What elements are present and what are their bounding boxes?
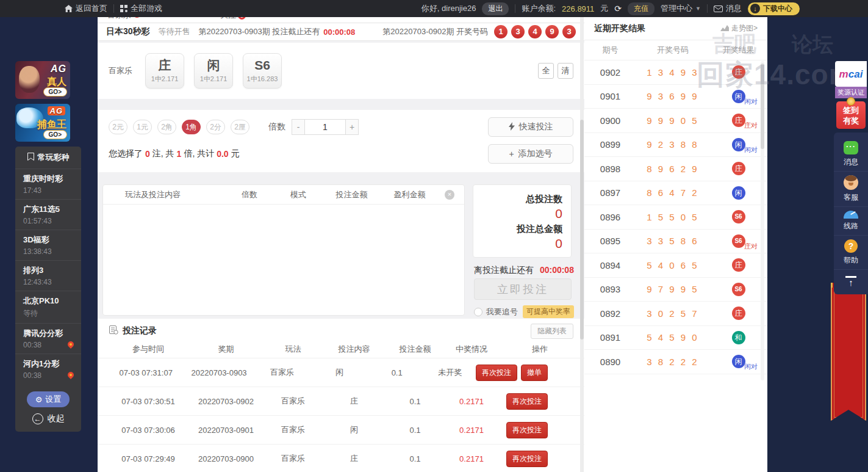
mcai-logo-card[interactable]: mcai — [835, 61, 867, 87]
favorite-lotteries-panel: 常玩彩种 重庆时时彩 17:43 广东11选5 01:57:43 3D福彩 13… — [15, 147, 81, 432]
scrollbar-thumb[interactable] — [761, 64, 764, 149]
sidebar-item-bjpk10[interactable]: 北京PK10 等待 — [15, 291, 81, 323]
top-navbar: 返回首页 全部游戏 你好, direnjie26 退出 账户余额: 226.89… — [0, 0, 868, 17]
settings-button[interactable]: ⚙ 设置 — [27, 391, 70, 407]
add-numbers-button[interactable]: + 添加选号 — [488, 144, 573, 164]
records-header: 投注记录 隐藏列表 — [98, 319, 584, 341]
result-issue: 0894 — [584, 260, 636, 270]
sidebar-item-cqssc[interactable]: 重庆时时彩 17:43 — [15, 169, 81, 199]
bet-option-s6[interactable]: S6 1中16.283 — [243, 53, 282, 89]
record-content: 庄 — [322, 453, 386, 464]
recharge-button[interactable]: 充值 — [628, 2, 655, 15]
messages-link[interactable]: 消息 — [714, 3, 742, 14]
record-amount: 0.1 — [386, 454, 444, 463]
col-result: 中奖情况 — [444, 344, 499, 355]
trend-chart-link[interactable]: 走势图> — [720, 23, 758, 34]
all-games-link[interactable]: 全部游戏 — [120, 3, 162, 14]
result-issue: 0897 — [584, 187, 636, 198]
quick-bet-button[interactable]: 快速投注 — [488, 117, 573, 137]
toolbar-help[interactable]: ? 帮助 — [834, 236, 868, 270]
tab-favorites-count: 0 — [238, 17, 246, 20]
chase-radio[interactable] — [474, 308, 482, 316]
cancel-order-button[interactable]: 撤单 — [521, 365, 548, 381]
recent-results-panel: 近期开奖结果 走势图> 期号 开奖号码 开奖结果 0902 1 3 4 9 3 … — [584, 17, 767, 472]
toolbar-lines[interactable]: 线路 — [834, 207, 868, 236]
sidebar-item-3dfc[interactable]: 3D福彩 13:38:43 — [15, 230, 81, 260]
admin-center-menu[interactable]: 管理中心 ▼ — [661, 3, 701, 14]
close-icon[interactable]: × — [445, 190, 454, 200]
tab-badge — [133, 17, 141, 18]
rebet-button[interactable]: 再次投注 — [506, 393, 548, 410]
arrow-left-icon: ← — [32, 413, 43, 424]
slip-col-amount: 投注金额 — [323, 189, 381, 200]
record-amount: 0.1 — [370, 368, 424, 377]
ag-fishing-go-button[interactable]: GO> — [43, 130, 67, 139]
record-issue: 20220703-0903 — [183, 368, 255, 377]
toolbar-customer-service[interactable]: 客服 — [834, 172, 868, 207]
navbar-right: 你好, direnjie26 退出 账户余额: 226.8911 元 ⟳ 充值 … — [421, 2, 800, 15]
ag-fishing-banner[interactable]: AG 捕鱼王 GO> — [15, 104, 70, 142]
game-header: 日本30秒彩 等待开售 第20220703-0903期 投注截止还有 00:00… — [98, 23, 584, 41]
nav-divider — [113, 4, 114, 13]
summary-count: 0 — [143, 149, 152, 159]
chip-2yuan[interactable]: 2元 — [109, 120, 127, 134]
tab-favorites[interactable]: 关注0 — [220, 17, 246, 23]
option-odds: 1中2.171 — [151, 74, 179, 84]
chart-icon — [720, 24, 729, 33]
result-badge: 闲 — [732, 138, 745, 151]
tab-baccarat[interactable]: 百家乐 — [107, 17, 141, 23]
record-row: 07-03 07:30:51 20220703-0902 百家乐 庄 0.1 0… — [98, 387, 584, 415]
ag-live-go-button[interactable]: GO> — [43, 87, 67, 96]
logout-button[interactable]: 退出 — [482, 2, 509, 15]
rebet-button[interactable]: 再次投注 — [506, 451, 548, 467]
total-amount-label: 投注总金额 — [482, 223, 562, 235]
result-numbers: 1 3 4 9 3 — [636, 67, 709, 78]
lottery-name: 腾讯分分彩 — [23, 328, 81, 339]
submit-bet-button[interactable]: 立即投注 — [474, 278, 572, 300]
bet-option-banker[interactable]: 庄 1中2.171 — [145, 53, 184, 89]
bet-slip-header: 玩法及投注内容 倍数 模式 投注金额 盈利金额 × — [103, 185, 464, 205]
lottery-name: 排列3 — [23, 265, 81, 276]
chip-2li[interactable]: 2厘 — [231, 120, 249, 134]
deadline-row: 离投注截止还有 00:00:08 — [474, 265, 574, 276]
refresh-balance-icon[interactable]: ⟳ — [614, 4, 622, 13]
sidebar-item-txffc[interactable]: 腾讯分分彩 00:38 — [15, 323, 81, 354]
chip-1yuan[interactable]: 1元 — [133, 120, 152, 134]
summary-text: 元 — [231, 148, 240, 159]
download-center-button[interactable]: ↓ 下载中心 — [748, 2, 800, 15]
multiplier-input[interactable] — [305, 119, 345, 135]
rebet-button[interactable]: 再次投注 — [506, 422, 548, 438]
download-center-label: 下载中心 — [763, 4, 792, 14]
scrollbar-thumb[interactable] — [580, 120, 584, 339]
balance-unit: 元 — [600, 3, 608, 14]
collapse-sidebar-button[interactable]: ← 收起 — [27, 413, 70, 424]
slip-col-profit: 盈利金额 — [381, 189, 439, 200]
sidebar-item-gd11x5[interactable]: 广东11选5 01:57:43 — [15, 199, 81, 230]
hide-list-button[interactable]: 隐藏列表 — [531, 324, 573, 339]
chip-1jiao-selected[interactable]: 1角 — [182, 120, 201, 134]
toolbar-messages[interactable]: 消息 — [834, 137, 868, 172]
select-all-button[interactable]: 全 — [538, 63, 554, 79]
chip-2fen[interactable]: 2分 — [206, 120, 225, 134]
multiplier-plus-button[interactable]: + — [345, 119, 359, 135]
signin-reward-button[interactable]: 签到 有奖 — [836, 101, 866, 129]
ag-live-banner[interactable]: AG 真人 GO> — [15, 61, 70, 99]
result-issue: 0891 — [584, 332, 636, 343]
sidebar-item-hn1fc[interactable]: 河内1分彩 00:38 — [15, 354, 81, 384]
results-scrollbar[interactable] — [761, 61, 764, 380]
result-issue: 0899 — [584, 139, 636, 150]
quick-bet-label: 快速投注 — [519, 122, 553, 133]
rebet-button[interactable]: 再次投注 — [476, 365, 517, 381]
chip-2jiao[interactable]: 2角 — [157, 120, 176, 134]
results-title: 近期开奖结果 — [594, 23, 645, 34]
clear-button[interactable]: 清 — [558, 63, 573, 79]
multiplier-minus-button[interactable]: - — [292, 119, 305, 135]
result-row: 0899 9 2 3 8 8 闲闲对 — [584, 133, 767, 158]
lottery-name: 广东11选5 — [23, 204, 81, 215]
back-to-top-button[interactable]: ↑ — [834, 270, 868, 291]
sidebar-item-pl3[interactable]: 排列3 12:43:43 — [15, 260, 81, 291]
main-scrollbar[interactable] — [580, 17, 584, 472]
home-link[interactable]: 返回首页 — [65, 3, 107, 14]
bet-option-player[interactable]: 闲 1中2.171 — [194, 53, 233, 89]
total-amount-value: 0 — [482, 236, 562, 251]
